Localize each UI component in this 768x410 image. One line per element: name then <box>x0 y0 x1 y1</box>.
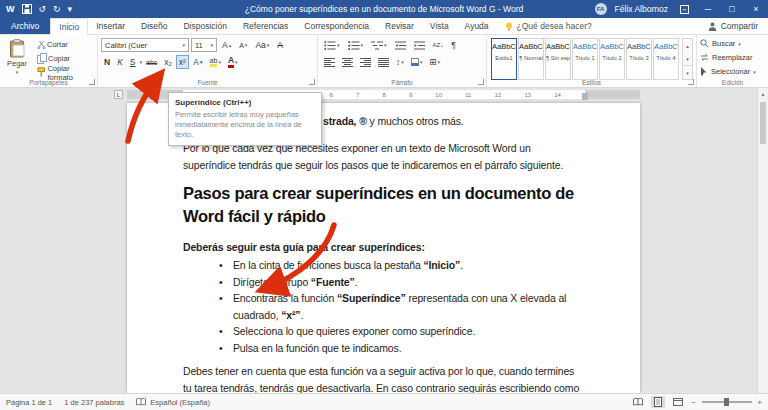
web-layout-button[interactable] <box>671 396 685 408</box>
align-center-button[interactable] <box>339 55 356 69</box>
user-avatar[interactable]: FA <box>595 3 607 15</box>
print-layout-button[interactable] <box>651 396 665 408</box>
ruler-number: 11 <box>465 92 471 98</box>
align-right-button[interactable] <box>357 55 374 69</box>
document-page[interactable]: c strada, ® y muchos otros más. Por lo q… <box>127 103 640 393</box>
underline-button[interactable]: S <box>127 55 139 69</box>
ruler-row: L 1234567891011121314 <box>0 88 768 101</box>
ribbon-tab[interactable]: Vista <box>422 18 457 34</box>
style-item[interactable]: AaBbCcDc Título 4 <box>653 38 679 80</box>
redo-icon[interactable]: ↻ <box>53 5 61 14</box>
ribbon-tab[interactable]: Revisar <box>377 18 422 34</box>
restore-button[interactable]: □ <box>724 2 740 16</box>
ribbon-tab[interactable]: Inicio <box>50 18 88 35</box>
scrollbar-thumb[interactable] <box>760 102 766 144</box>
bold-button[interactable]: N <box>101 55 113 69</box>
select-button[interactable]: Seleccionar ▾ <box>700 65 756 78</box>
styles-scroll-up-icon[interactable]: ▴ <box>683 39 692 52</box>
zoom-in-button[interactable]: + <box>758 398 762 407</box>
clipboard-icon <box>9 39 26 58</box>
undo-icon[interactable]: ↺ <box>39 5 47 14</box>
scroll-up-icon[interactable]: ▴ <box>758 90 768 97</box>
align-left-button[interactable] <box>321 55 338 69</box>
find-button[interactable]: Buscar ▾ <box>700 37 756 50</box>
ribbon-tab[interactable]: Disposición <box>175 18 234 34</box>
format-painter-button[interactable]: Copiar formato <box>34 66 97 79</box>
style-name: Título 1 <box>573 55 597 61</box>
font-name-combobox[interactable]: Calibri (Cuer ▾ <box>101 38 189 52</box>
quick-access-customize-icon[interactable]: ▾ <box>68 5 73 14</box>
ribbon-tab[interactable]: Ayuda <box>457 18 497 34</box>
superscript-button[interactable]: x² <box>176 55 189 69</box>
doc-bullet-list: En la cinta de funciones busca la pestañ… <box>219 257 585 356</box>
tab-archivo[interactable]: Archivo <box>0 18 50 34</box>
increase-indent-button[interactable] <box>411 38 428 52</box>
show-paragraph-marks-button[interactable]: ¶ <box>448 38 459 52</box>
justify-button[interactable] <box>375 55 392 69</box>
text-effects-button[interactable]: A▾ <box>190 55 206 69</box>
zoom-slider-knob[interactable] <box>724 398 729 406</box>
sort-button[interactable]: AZ↓ <box>430 38 447 52</box>
ribbon-tab[interactable]: Correspondencia <box>296 18 377 34</box>
styles-more-icon[interactable]: ▾ <box>683 65 692 79</box>
borders-button[interactable]: ⊞▾ <box>426 55 443 69</box>
share-button[interactable]: Compartir <box>698 18 768 34</box>
ribbon-tab[interactable]: Insertar <box>88 18 133 34</box>
language-indicator[interactable]: Español (España) <box>136 398 210 407</box>
minimize-button[interactable]: ─ <box>700 2 716 16</box>
line-spacing-button[interactable]: ↕▾ <box>393 55 407 69</box>
numbered-list-button[interactable]: ▾ <box>345 38 367 52</box>
clipboard-dialog-launcher[interactable] <box>89 79 95 85</box>
font-dialog-launcher[interactable] <box>309 79 315 85</box>
style-item[interactable]: AaBbCc ¶ Sin espa... <box>545 38 571 80</box>
decrease-indent-button[interactable] <box>392 38 409 52</box>
shrink-font-button[interactable]: A▾ <box>236 38 250 52</box>
font-size-combobox[interactable]: 11 ▾ <box>191 38 217 52</box>
style-preview: AaBbC <box>573 42 597 51</box>
page-indicator[interactable]: Página 1 de 1 <box>6 398 52 407</box>
style-item[interactable]: AaBbCcC Título 3 <box>626 38 652 80</box>
clear-formatting-button[interactable]: A <box>274 38 286 52</box>
style-item[interactable]: AaBbCc Estilo1 <box>491 38 517 80</box>
ribbon-tab[interactable]: Diseño <box>133 18 175 34</box>
cut-button[interactable]: Cortar <box>34 38 97 51</box>
paste-button[interactable]: Pegar ▾ <box>3 37 31 82</box>
grow-font-button[interactable]: A▴ <box>219 38 234 52</box>
paragraph-dialog-launcher[interactable] <box>478 79 484 85</box>
window-title: ¿Cómo poner superíndices en un documento… <box>245 4 523 14</box>
user-name[interactable]: Félix Albornoz <box>615 4 668 14</box>
styles-dialog-launcher[interactable] <box>688 79 694 85</box>
zoom-out-button[interactable]: − <box>691 398 695 407</box>
change-case-button[interactable]: Aa▾ <box>252 38 272 52</box>
style-name: ¶ Sin espa... <box>546 55 570 61</box>
underline-caret-icon[interactable]: ▾ <box>139 59 142 65</box>
font-color-button[interactable]: A▾ <box>225 55 241 69</box>
right-indent-marker[interactable] <box>582 93 588 100</box>
italic-button[interactable]: K <box>114 55 126 69</box>
strikethrough-button[interactable]: abc <box>143 55 160 69</box>
style-item[interactable]: AaBbCc Título 2 <box>599 38 625 80</box>
tell-me-box[interactable]: ¿Qué desea hacer? <box>497 18 600 34</box>
styles-scroll-down-icon[interactable]: ▾ <box>683 52 692 65</box>
read-mode-button[interactable] <box>631 396 645 408</box>
select-label: Seleccionar <box>711 67 750 76</box>
multilevel-list-button[interactable]: ▾ <box>368 38 390 52</box>
word-count[interactable]: 1 de 237 palabras <box>64 398 124 407</box>
replace-button[interactable]: Reemplazar <box>700 51 756 64</box>
style-item[interactable]: AaBbCc ¶ Normal <box>518 38 544 80</box>
style-preview: AaBbCc <box>546 42 570 51</box>
vertical-scrollbar[interactable]: ▴ <box>757 88 768 393</box>
text-highlight-button[interactable]: ab▾ <box>207 55 224 69</box>
shading-button[interactable]: ▾ <box>408 55 426 69</box>
ribbon-tab[interactable]: Referencias <box>235 18 296 34</box>
cursor-icon <box>700 67 708 76</box>
ribbon-display-options-icon[interactable] <box>676 2 692 16</box>
font-size-caret-icon: ▾ <box>210 42 213 48</box>
tab-selector[interactable]: L <box>114 90 123 99</box>
bullet-list-button[interactable]: ▾ <box>321 38 343 52</box>
style-item[interactable]: AaBbC Título 1 <box>572 38 598 80</box>
subscript-button[interactable]: x₂ <box>161 55 175 69</box>
save-icon[interactable] <box>22 4 32 14</box>
close-button[interactable]: × <box>748 2 764 16</box>
zoom-slider[interactable] <box>702 401 752 403</box>
